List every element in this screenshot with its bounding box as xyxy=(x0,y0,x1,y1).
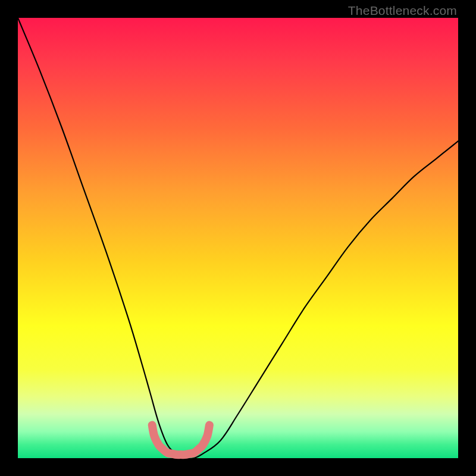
bottleneck-curve-line xyxy=(18,18,458,459)
plot-area xyxy=(18,18,458,458)
chart-frame: TheBottleneck.com xyxy=(0,0,476,476)
watermark-text: TheBottleneck.com xyxy=(348,4,457,18)
chart-svg xyxy=(18,18,458,458)
